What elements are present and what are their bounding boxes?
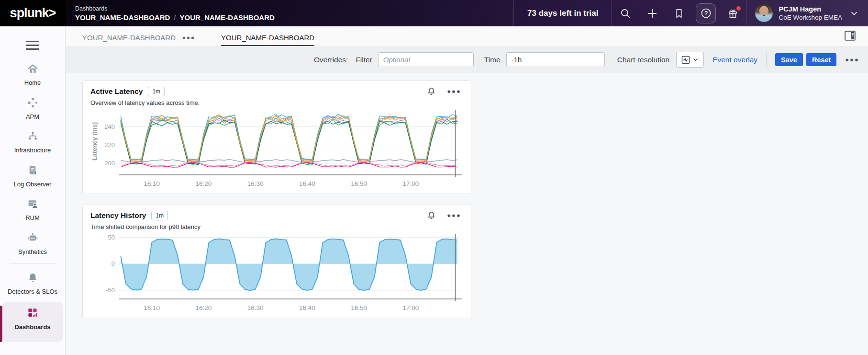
svg-text:16:30: 16:30: [247, 180, 264, 187]
card-menu-icon[interactable]: •••: [447, 214, 461, 218]
svg-text:16:30: 16:30: [247, 304, 264, 311]
sidebar-item-label: Home: [24, 78, 41, 88]
info-panel-toggle[interactable]: [844, 29, 857, 46]
event-overlay-link[interactable]: Event overlay: [712, 56, 757, 64]
svg-text:200: 200: [104, 160, 115, 167]
chart-title: Latency History: [90, 211, 146, 220]
card-menu-icon[interactable]: •••: [447, 90, 461, 93]
filter-input[interactable]: [378, 52, 474, 67]
alert-bell-icon[interactable]: [426, 86, 436, 96]
tab-dashboard-group[interactable]: YOUR_NAME-DASHBOARD: [82, 34, 176, 46]
search-icon: [619, 7, 632, 20]
svg-text:17:00: 17:00: [402, 180, 419, 187]
breadcrumb-group[interactable]: YOUR_NAME-DASHBOARD: [75, 13, 170, 22]
svg-text:50: 50: [108, 234, 115, 241]
chart-resolution-dropdown[interactable]: [676, 52, 704, 68]
sidebar-nav: Home APM Infrastructure: [0, 26, 66, 355]
top-bar: splunk> Dashboards YOUR_NAME-DASHBOARD /…: [0, 0, 868, 26]
sidebar-item-log-observer[interactable]: Log Observer: [3, 160, 63, 194]
sidebar-item-label: Detectors & SLOs: [8, 287, 57, 297]
tab-dashboard-selected[interactable]: YOUR_NAME-DASHBOARD: [221, 34, 314, 46]
sidebar-item-dashboards[interactable]: Dashboards: [3, 302, 63, 343]
dashboards-icon: [26, 307, 39, 319]
save-button[interactable]: Save: [775, 53, 803, 66]
help-button[interactable]: ?: [692, 0, 719, 26]
sidebar-item-rum[interactable]: RUM: [3, 193, 63, 227]
svg-text:Latency (ms): Latency (ms): [91, 122, 98, 160]
splunk-logo[interactable]: splunk>: [0, 0, 66, 26]
svg-text:?: ?: [704, 10, 708, 17]
dashboard-grid: Active Latency 1m ••• Overview of latenc…: [66, 73, 868, 355]
svg-text:240: 240: [104, 123, 115, 130]
breadcrumb-section: Dashboards: [75, 5, 275, 12]
latency-history-chart[interactable]: -5005016:1016:2016:3016:4016:5017:00: [90, 231, 464, 315]
chart-subtitle: Time shifted comparison for p90 latency: [90, 223, 463, 230]
user-name: PCJM Hagen: [779, 5, 842, 13]
alert-bell-icon[interactable]: [426, 210, 436, 220]
chart-resolution-label: Chart resolution: [617, 56, 669, 64]
chevron-down-icon: [692, 56, 699, 63]
svg-text:0: 0: [111, 260, 115, 267]
svg-text:16:10: 16:10: [144, 304, 160, 311]
bookmark-icon: [673, 8, 685, 19]
sidebar-item-label: Log Observer: [14, 180, 52, 189]
svg-text:16:20: 16:20: [196, 180, 212, 187]
resolution-badge: 1m: [148, 87, 165, 96]
create-button[interactable]: [639, 0, 666, 26]
user-org: CoE Workshop EMEA: [779, 14, 842, 21]
sidebar-item-label: Dashboards: [14, 322, 50, 332]
tab-group-menu-icon[interactable]: •••: [176, 35, 197, 46]
avatar: [755, 4, 773, 22]
panel-toggle-icon: [844, 29, 857, 42]
resolution-pulse-icon: [681, 55, 690, 65]
breadcrumb-separator: /: [174, 13, 176, 22]
sidebar-divider: [10, 263, 56, 264]
breadcrumb-page[interactable]: YOUR_NAME-DASHBOARD: [180, 13, 275, 22]
search-button[interactable]: [612, 0, 639, 26]
svg-text:16:50: 16:50: [351, 180, 367, 187]
chart-card-latency-history: Latency History 1m ••• Time shifted comp…: [82, 205, 471, 318]
apm-icon: [27, 97, 39, 109]
sidebar-item-label: Synthetics: [18, 247, 47, 257]
user-menu[interactable]: PCJM Hagen CoE Workshop EMEA: [746, 4, 849, 22]
bookmarks-button[interactable]: [666, 0, 692, 26]
svg-text:-50: -50: [106, 286, 115, 294]
chart-subtitle: Overview of latency values across time.: [90, 99, 463, 106]
reset-button[interactable]: Reset: [806, 53, 837, 66]
sidebar-item-apm[interactable]: APM: [3, 92, 63, 126]
time-label: Time: [484, 56, 501, 64]
chart-title: Active Latency: [90, 87, 143, 96]
sidebar-item-home[interactable]: Home: [3, 58, 63, 92]
help-icon-frame: ?: [696, 3, 716, 23]
svg-text:16:20: 16:20: [196, 304, 212, 311]
hamburger-icon: [26, 41, 39, 42]
user-menu-chevron[interactable]: [849, 8, 868, 19]
breadcrumb: Dashboards YOUR_NAME-DASHBOARD / YOUR_NA…: [66, 0, 275, 26]
svg-text:220: 220: [104, 141, 115, 149]
active-latency-chart[interactable]: 200220240Latency (ms)16:1016:2016:3016:4…: [90, 107, 464, 191]
infrastructure-icon: [27, 130, 39, 142]
chevron-down-icon: [849, 8, 859, 19]
svg-text:16:40: 16:40: [299, 304, 315, 311]
sidebar-item-infrastructure[interactable]: Infrastructure: [3, 126, 63, 160]
log-observer-icon: [27, 164, 39, 176]
plus-icon: [646, 7, 658, 20]
overrides-toolbar: Overrides: Filter Time Chart resolution …: [66, 46, 868, 73]
toolbar-divider: [766, 52, 767, 68]
synthetics-icon: [27, 232, 39, 244]
svg-text:16:40: 16:40: [299, 180, 315, 187]
trial-countdown: 73 days left in trial: [514, 9, 612, 18]
sidebar-item-label: RUM: [25, 213, 40, 223]
dashboard-tab-row: YOUR_NAME-DASHBOARD ••• YOUR_NAME-DASHBO…: [66, 26, 868, 46]
sidebar-item-label: APM: [26, 112, 39, 122]
sidebar-item-detectors-slos[interactable]: Detectors & SLOs: [3, 267, 63, 301]
splunk-logo-text: splunk>: [10, 6, 56, 21]
help-icon: ?: [700, 7, 712, 19]
time-input[interactable]: [506, 52, 605, 67]
toolbar-menu-icon[interactable]: •••: [845, 58, 859, 62]
sidebar-item-synthetics[interactable]: Synthetics: [3, 227, 63, 261]
chart-card-active-latency: Active Latency 1m ••• Overview of latenc…: [82, 80, 471, 194]
home-icon: [27, 63, 39, 75]
sidebar-menu-toggle[interactable]: [23, 37, 42, 53]
whats-new-button[interactable]: [719, 0, 746, 26]
